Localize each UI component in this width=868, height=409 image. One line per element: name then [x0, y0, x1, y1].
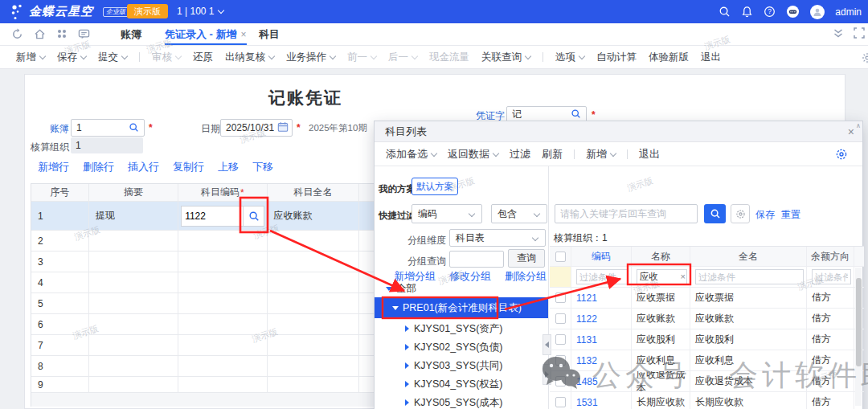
group-search-input[interactable]	[449, 251, 504, 268]
row-checkbox[interactable]	[555, 313, 566, 324]
account-name-cell[interactable]	[268, 314, 359, 334]
account-code-cell[interactable]	[178, 377, 267, 392]
account-name-cell[interactable]	[268, 252, 359, 272]
add-candidate-button[interactable]: 添加备选	[386, 147, 436, 162]
account-row-1531[interactable]: 1531长期应收款长期应收款借方	[550, 392, 864, 409]
notification-bell-icon[interactable]	[741, 6, 753, 18]
save-button[interactable]: 保存	[57, 51, 86, 64]
summary-cell[interactable]: 提现	[89, 202, 178, 230]
dialog-exit-button[interactable]: 退出	[639, 147, 660, 162]
tab-voucher-entry-new[interactable]: 凭证录入 - 新增×	[165, 23, 247, 45]
reset-filter-link[interactable]: 重置	[781, 208, 800, 222]
code-filter-input[interactable]	[576, 269, 628, 284]
row-checkbox[interactable]	[555, 376, 566, 387]
tab-ledger[interactable]: 账簿	[121, 23, 141, 45]
refresh-button[interactable]: 刷新	[542, 147, 563, 162]
close-tab-icon[interactable]: ×	[241, 29, 247, 40]
lookup-magnifier-icon[interactable]	[571, 108, 581, 119]
tree-node-common[interactable]: KJYS03_SYS(共同)	[405, 359, 502, 373]
try-new-version-button[interactable]: 体验新版	[649, 51, 689, 64]
account-code-input[interactable]	[181, 206, 244, 227]
auto-calc-button[interactable]: 自动计算	[596, 51, 637, 64]
delete-group-button[interactable]: 删除分组	[505, 269, 547, 284]
grid-row-4[interactable]: 4	[31, 272, 375, 293]
direction-filter-cell[interactable]	[807, 267, 854, 287]
row-checkbox[interactable]	[555, 355, 566, 366]
summary-cell[interactable]	[89, 356, 178, 376]
code-filter-cell[interactable]	[571, 267, 632, 287]
account-name-cell[interactable]	[268, 377, 359, 392]
exit-button[interactable]: 退出	[701, 51, 721, 64]
message-icon[interactable]	[78, 28, 90, 40]
clear-filter-icon[interactable]: ×	[681, 272, 686, 282]
row-checkbox[interactable]	[555, 292, 566, 303]
double-chevron-down-icon[interactable]	[833, 27, 844, 39]
summary-cell[interactable]	[89, 252, 178, 272]
summary-cell[interactable]	[89, 314, 178, 334]
refresh-icon[interactable]	[11, 28, 23, 40]
apps-grid-icon[interactable]	[56, 28, 68, 39]
account-code-cell[interactable]	[178, 356, 267, 376]
account-code-cell[interactable]	[178, 202, 267, 230]
grid-row-7[interactable]: 7	[31, 335, 375, 356]
account-code-cell[interactable]	[178, 314, 267, 334]
edit-group-button[interactable]: 修改分组	[449, 269, 491, 284]
tree-node-all[interactable]: 全部	[386, 282, 416, 296]
tree-node-pre01-selected[interactable]: PRE01(新会计准则科目表)	[375, 297, 548, 318]
settings-gear-icon[interactable]	[835, 148, 848, 161]
account-code[interactable]: 1131	[576, 334, 597, 346]
account-row-1121[interactable]: 1121应收票据应收票据借方	[550, 288, 864, 309]
tree-node-cost[interactable]: KJYS05_SYS(成本)	[405, 396, 502, 409]
demo-mode-icon[interactable]	[786, 5, 800, 18]
home-icon[interactable]	[34, 28, 46, 40]
summary-cell[interactable]	[89, 377, 178, 392]
grid-row-3[interactable]: 3	[31, 252, 375, 272]
move-down-button[interactable]: 下移	[252, 160, 273, 174]
group-query-button[interactable]: 查询	[508, 249, 545, 268]
account-row-1122[interactable]: 1122应收账款应收账款借方	[550, 309, 864, 329]
gear-icon[interactable]	[862, 52, 868, 63]
group-dimension-select[interactable]: 科目表	[449, 229, 546, 247]
search-button[interactable]	[704, 204, 726, 223]
account-code[interactable]: 1122	[576, 313, 597, 325]
user-name[interactable]: admin	[835, 6, 862, 18]
name-filter-cell[interactable]: ×	[632, 267, 690, 287]
col-header-fullname[interactable]: 全名	[690, 247, 807, 266]
account-code[interactable]: 1531	[576, 397, 598, 408]
save-filter-link[interactable]: 保存	[755, 208, 775, 222]
lookup-magnifier-icon[interactable]	[129, 122, 139, 133]
account-code[interactable]: 1485	[576, 376, 598, 387]
summary-cell[interactable]	[89, 335, 178, 355]
account-name-cell[interactable]	[268, 335, 359, 355]
account-name-cell[interactable]	[268, 231, 359, 251]
account-code-cell[interactable]	[178, 252, 267, 272]
filter-button[interactable]: 过滤	[510, 147, 530, 162]
move-up-button[interactable]: 上移	[218, 160, 239, 174]
help-icon[interactable]: ?	[764, 6, 776, 18]
select-all-checkbox[interactable]	[555, 252, 566, 262]
grid-row-8[interactable]: 8	[31, 356, 375, 377]
tree-node-assets[interactable]: KJYS01_SYS(资产)	[405, 322, 502, 336]
business-ops-button[interactable]: 业务操作	[286, 51, 335, 64]
account-code-cell[interactable]	[178, 272, 267, 292]
account-code-cell[interactable]	[178, 293, 267, 313]
filter-settings-icon[interactable]	[731, 204, 750, 223]
cashier-review-button[interactable]: 出纳复核	[225, 51, 274, 64]
grid-row-1[interactable]: 1 提现 应收账款	[31, 202, 375, 231]
row-checkbox[interactable]	[555, 397, 566, 407]
account-row-1485[interactable]: 1485应收退货成本应收退货成本借方	[550, 371, 864, 392]
fullname-filter-cell[interactable]	[690, 267, 807, 287]
account-name-cell[interactable]	[268, 272, 359, 292]
tab-account[interactable]: 科目	[259, 23, 280, 45]
tree-node-liabilities[interactable]: KJYS02_SYS(负债)	[405, 341, 502, 354]
filter-field-select[interactable]: 编码	[411, 204, 482, 223]
account-row-1131[interactable]: 1131应收股利应收股利借方	[550, 329, 864, 350]
grid-row-6[interactable]: 6	[31, 314, 375, 335]
fullname-filter-input[interactable]	[695, 269, 804, 284]
copy-row-button[interactable]: 复制行	[173, 160, 204, 174]
related-query-button[interactable]: 关联查询	[481, 51, 530, 64]
account-code[interactable]: 1121	[576, 292, 597, 304]
row-checkbox[interactable]	[555, 334, 566, 345]
search-icon[interactable]	[719, 6, 731, 18]
options-button[interactable]: 选项	[555, 51, 584, 64]
